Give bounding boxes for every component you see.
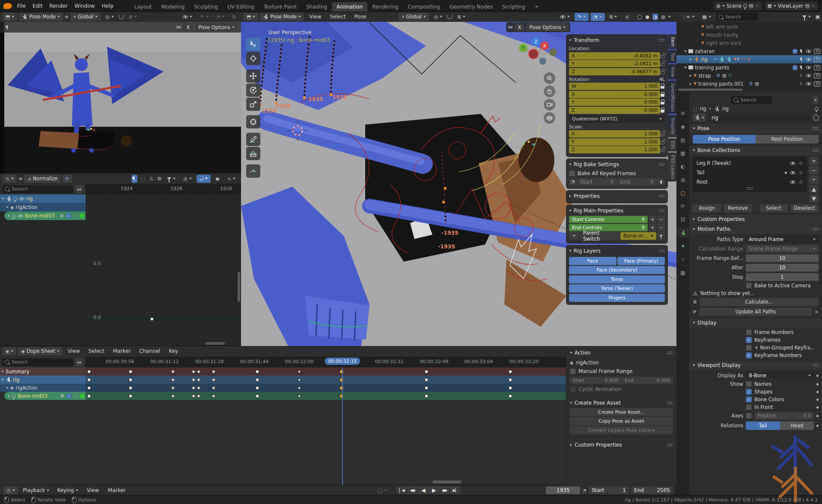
eye-icon[interactable] <box>18 213 23 219</box>
menu-view[interactable]: View <box>306 12 325 22</box>
orientation-selector[interactable]: ⌖Global <box>70 13 101 21</box>
frame-before-field[interactable]: 10 <box>746 254 819 262</box>
mode-selector[interactable]: Pose Mode <box>260 13 304 21</box>
outliner[interactable]: ⋮≡ ▦ Search ▣ ▼left arm sock ▼mouth cavi… <box>676 12 822 92</box>
pose-options-dropdown[interactable]: Pose Options <box>195 23 238 31</box>
xray-toggle[interactable]: ⧉ <box>229 13 238 21</box>
rotate-tool[interactable] <box>246 84 260 97</box>
non-grouped-checkbox[interactable] <box>746 345 752 351</box>
menu-select[interactable]: Select <box>85 346 108 356</box>
dope-sheet[interactable]: ◈ ◈Dope Sheet View Select Marker Channel… <box>0 346 676 485</box>
tab-psd-layers[interactable]: PSD Layers <box>668 152 676 182</box>
scene-selector[interactable]: ◍ Scene ▤ × <box>714 2 761 10</box>
keyframe[interactable] <box>191 394 196 398</box>
menu-marker[interactable]: Marker <box>110 346 134 356</box>
action-name[interactable]: rigAction <box>576 360 599 366</box>
keying-menu[interactable]: Keying <box>54 486 81 495</box>
keyframe[interactable] <box>129 386 133 390</box>
outliner-item-strap[interactable]: ▼strap ⚙ ▦ ▽ <box>676 72 822 80</box>
prev-keyframe-button[interactable]: ◀◆ <box>407 486 417 494</box>
pan-button[interactable] <box>544 86 555 97</box>
pin-icon[interactable] <box>815 107 819 111</box>
hide-icon[interactable] <box>806 48 811 54</box>
keyframe[interactable] <box>171 378 175 382</box>
add-button[interactable]: + <box>649 216 656 223</box>
tab-view-layer[interactable]: ▦ <box>677 149 688 158</box>
unlock-icon[interactable] <box>660 139 665 145</box>
tab-compositing[interactable]: Compositing <box>403 2 444 12</box>
search-input[interactable]: Search <box>2 185 73 193</box>
unlock-icon[interactable] <box>660 61 665 66</box>
box-select-icon[interactable]: ⬚ <box>139 175 146 183</box>
current-frame-field[interactable]: 1935 <box>546 486 580 494</box>
lock-icon[interactable] <box>660 107 665 113</box>
transform-tool[interactable] <box>246 115 260 128</box>
mode-selector[interactable]: Pose Mode <box>19 13 63 21</box>
viewport-display-header[interactable]: Viewport Display <box>689 360 822 370</box>
deselect-button[interactable]: Deselect <box>790 204 819 212</box>
tab-modeling[interactable]: Modeling <box>157 2 190 12</box>
assign-button[interactable]: Assign <box>693 204 721 212</box>
keyframe[interactable] <box>256 386 259 390</box>
location-x-field[interactable]: X-0.4032 m <box>569 52 660 60</box>
dope-frame-ruler[interactable]: 00:00:30:5600:00:31:1200:00:31:2800:00:3… <box>86 357 566 367</box>
rotation-mode-dropdown[interactable]: Quaternion (WXYZ) <box>569 115 665 123</box>
drag-handle[interactable] <box>659 39 665 42</box>
display-mode-dropdown[interactable]: ⋮≡ <box>679 13 697 21</box>
selectable-icon[interactable] <box>800 73 804 78</box>
solo-star-icon[interactable]: ☆ <box>798 161 803 166</box>
auto-keying-toggle[interactable]: ◯ <box>375 486 390 495</box>
clip-icon[interactable]: ⧉ <box>157 175 163 183</box>
mirror-icon[interactable]: ⋈ <box>508 25 512 30</box>
pivot-selector[interactable]: ◎ <box>102 13 117 21</box>
layer-torso-tweak-button[interactable]: Torso (Tweak) <box>569 284 665 292</box>
close-icon[interactable]: × <box>815 310 819 314</box>
render-visibility-icon[interactable] <box>814 57 820 62</box>
scale-y-field[interactable]: Y1.000 <box>569 138 660 146</box>
pivot-selector[interactable]: ◎ <box>431 13 445 21</box>
next-keyframe-button[interactable]: ◆▶ <box>439 486 450 494</box>
bake-all-checkbox[interactable] <box>569 170 575 176</box>
fake-user-icon[interactable] <box>813 115 819 121</box>
keyframe[interactable] <box>171 394 175 398</box>
eye-icon[interactable] <box>790 179 795 185</box>
fcurve-dropdown[interactable]: ∿ <box>224 175 238 183</box>
annotate-tool[interactable] <box>246 133 260 146</box>
dope-keyframes[interactable] <box>0 367 566 400</box>
channel-rigaction[interactable]: ◈ rigAction <box>0 203 86 212</box>
tab-animation[interactable]: Animation <box>332 2 367 12</box>
pose-options-dropdown[interactable]: Pose Options <box>526 23 569 31</box>
layer-torso-button[interactable]: Torso <box>569 275 665 283</box>
auto-normalize-refresh-button[interactable]: ⟳ <box>63 175 72 183</box>
calculate-button[interactable]: Calculate... <box>700 298 819 306</box>
gizmos-toggle[interactable]: ↷ <box>575 13 589 21</box>
filter-dropdown[interactable] <box>164 175 179 183</box>
outliner-item-right-arm-sock[interactable]: ▼right arm sock <box>676 39 822 47</box>
unlock-icon[interactable] <box>660 53 665 59</box>
move-up-button[interactable]: ▲ <box>809 185 819 193</box>
keyframe[interactable] <box>425 370 429 373</box>
frame-start-field[interactable]: Start1 <box>589 486 629 494</box>
resize-handle[interactable] <box>747 187 753 190</box>
tab-physics[interactable]: ⟳ <box>677 202 688 211</box>
layer-face-button[interactable]: Face <box>569 257 616 265</box>
breadcrumb-object[interactable]: rig <box>700 106 706 112</box>
xray-toggle[interactable]: ⧉ <box>607 13 620 21</box>
expand-button[interactable] <box>569 232 579 239</box>
bone-collection-tail[interactable]: Tail☆ <box>693 168 806 177</box>
menu-pose[interactable]: Pose <box>351 12 370 22</box>
tab-view[interactable]: View <box>668 64 676 80</box>
properties-header[interactable]: Properties <box>569 192 665 200</box>
display-as-dropdown[interactable]: B-Bone <box>746 372 814 379</box>
decouple-icon[interactable]: ◖ <box>657 178 665 185</box>
lock-icon[interactable] <box>660 84 665 89</box>
playback-menu[interactable]: Playback <box>20 486 52 495</box>
frame-numbers-checkbox[interactable] <box>746 329 752 335</box>
tab-texture[interactable]: ▩ <box>677 268 688 277</box>
bone-collections-header[interactable]: Bone Collections <box>689 145 822 155</box>
proportional-edit-dropdown[interactable]: ◎ <box>180 175 195 183</box>
tab-render[interactable]: ◉ <box>677 122 688 131</box>
keyframe[interactable] <box>425 394 429 398</box>
eye-icon[interactable] <box>790 170 795 176</box>
armature-dropdown[interactable] <box>693 113 706 122</box>
